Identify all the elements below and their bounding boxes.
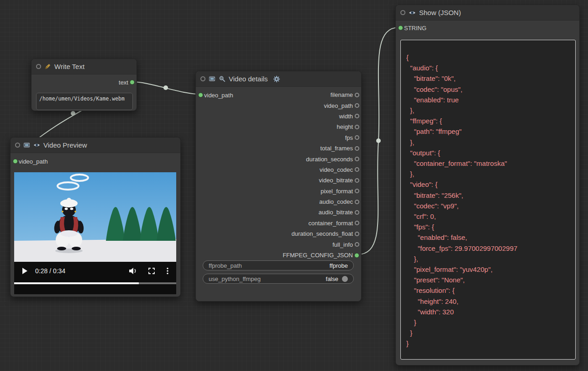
node-title: Video details	[229, 75, 268, 83]
film-icon	[23, 142, 30, 148]
widget-use-python-ffmpeg[interactable]: use_python_ffmpeg false	[203, 274, 354, 284]
node-show-json-header[interactable]: Show (JSON)	[396, 5, 579, 21]
node-show-json[interactable]: Show (JSON) STRING { "audio": { "bitrate…	[395, 5, 580, 366]
output-port-row: FFMPEG_CONFIG_JSON	[196, 250, 361, 260]
widget-value: ffprobe	[330, 262, 348, 269]
input-port-string[interactable]	[398, 26, 403, 31]
output-port-text[interactable]	[130, 80, 135, 85]
output-port-row: video_codec	[196, 164, 361, 175]
video-progress-bar[interactable]	[14, 282, 176, 284]
output-port-dot[interactable]	[355, 146, 359, 151]
output-port-row: duration_seconds	[196, 154, 361, 164]
output-port-label: video_path	[324, 102, 353, 109]
widget-label: use_python_ffmpeg	[209, 276, 261, 282]
node-write-text-header[interactable]: Write Text	[31, 59, 136, 74]
output-port-row: duration_seconds_float	[196, 228, 361, 239]
node-title: Show (JSON)	[419, 9, 461, 16]
video-time: 0:28 / 0:34	[35, 267, 65, 275]
output-port-row: width	[196, 111, 361, 122]
output-port-label: duration_seconds	[306, 156, 353, 163]
output-port-label: width	[339, 113, 353, 120]
output-port-dot[interactable]	[355, 200, 359, 204]
collapse-dot[interactable]	[200, 76, 205, 81]
output-port-label: video_bitrate	[319, 177, 353, 184]
output-port-row: audio_codec	[196, 196, 361, 207]
link-midpoint-dot[interactable]	[163, 85, 168, 90]
video-progress-fill	[14, 282, 139, 284]
output-port-dot[interactable]	[355, 114, 359, 118]
text-widget[interactable]: /home/umen/Videos/Kame.webm	[36, 93, 133, 110]
output-port-dot[interactable]	[354, 253, 359, 258]
output-port-dot[interactable]	[355, 167, 359, 172]
more-options-icon[interactable]	[166, 267, 169, 275]
output-port-label: container_format	[308, 220, 353, 227]
node-title: Video Preview	[43, 141, 87, 149]
widget-value: false	[326, 276, 338, 282]
play-icon[interactable]	[21, 267, 28, 275]
output-port-dot[interactable]	[355, 93, 359, 97]
output-port-dot[interactable]	[355, 221, 359, 225]
fullscreen-icon[interactable]	[148, 267, 155, 275]
pen-icon	[44, 63, 51, 70]
output-port-label: filename	[331, 91, 353, 98]
video-controls: 0:28 / 0:34	[14, 262, 176, 280]
output-port-dot[interactable]	[355, 178, 359, 183]
eye-icon	[33, 142, 40, 148]
output-port-label: full_info	[332, 241, 353, 248]
output-port-row: container_format	[196, 218, 361, 228]
eye-icon	[409, 9, 416, 16]
output-port-label: audio_codec	[319, 198, 353, 205]
gear-icon[interactable]	[273, 75, 280, 83]
output-port-dot[interactable]	[355, 242, 359, 247]
output-port-dot[interactable]	[355, 232, 359, 236]
output-port-row: fps	[196, 132, 361, 143]
link-midpoint-dot[interactable]	[71, 111, 75, 116]
node-title: Write Text	[54, 63, 84, 70]
node-write-text[interactable]: Write Text text /home/umen/Videos/Kame.w…	[31, 58, 137, 111]
input-row-video-path: video_path	[10, 158, 48, 165]
output-port-row: full_info	[196, 239, 361, 249]
output-row-text: text	[31, 79, 136, 86]
node-video-preview-header[interactable]: Video Preview	[10, 138, 180, 153]
output-port-label: pixel_format	[320, 188, 353, 195]
output-port-label: height	[337, 123, 353, 130]
output-port-row: pixel_format	[196, 186, 361, 196]
node-video-preview[interactable]: Video Preview video_path	[10, 137, 181, 297]
output-port-label: video_codec	[320, 166, 353, 173]
output-port-dot[interactable]	[355, 157, 359, 161]
output-port-row: filename	[196, 90, 361, 100]
collapse-dot[interactable]	[36, 64, 41, 69]
json-output-box[interactable]: { "audio": { "bitrate": "0k", "codec": "…	[400, 40, 576, 360]
node-canvas[interactable]: Write Text text /home/umen/Videos/Kame.w…	[0, 0, 588, 371]
collapse-dot[interactable]	[400, 10, 405, 15]
node-video-details[interactable]: Video details video_path file	[195, 71, 362, 302]
output-port-label: duration_seconds_float	[292, 230, 353, 237]
output-port-dot[interactable]	[355, 135, 359, 140]
input-port-label: video_path	[19, 158, 48, 165]
output-port-row: audio_bitrate	[196, 207, 361, 217]
output-port-row: height	[196, 122, 361, 132]
output-port-dot[interactable]	[355, 103, 359, 108]
node-video-details-header[interactable]: Video details	[196, 71, 361, 87]
video-frame[interactable]	[14, 172, 176, 262]
film-icon	[209, 75, 215, 82]
output-port-label: FFMPEG_CONFIG_JSON	[283, 252, 353, 259]
toggle-knob[interactable]	[342, 276, 348, 282]
output-port-row: video_path	[196, 100, 361, 111]
output-port-dot[interactable]	[355, 189, 359, 193]
output-port-dot[interactable]	[355, 210, 359, 215]
output-port-row: video_bitrate	[196, 175, 361, 186]
widget-ffprobe-path[interactable]: ffprobe_path ffprobe	[203, 260, 354, 270]
output-port-label: audio_bitrate	[319, 209, 353, 216]
video-player[interactable]: 0:28 / 0:34	[14, 172, 176, 294]
output-port-label: total_frames	[320, 145, 353, 152]
input-row-string: STRING	[396, 24, 426, 32]
input-port-video-path[interactable]	[13, 159, 18, 164]
collapse-dot[interactable]	[15, 143, 20, 148]
input-port-label: STRING	[404, 25, 426, 32]
json-output-text: { "audio": { "bitrate": "0k", "codec": "…	[401, 40, 575, 349]
output-port-dot[interactable]	[355, 125, 359, 129]
volume-icon[interactable]	[129, 267, 137, 275]
output-list: filename video_path width height fps tot…	[196, 90, 361, 260]
link-midpoint-dot[interactable]	[376, 138, 381, 143]
